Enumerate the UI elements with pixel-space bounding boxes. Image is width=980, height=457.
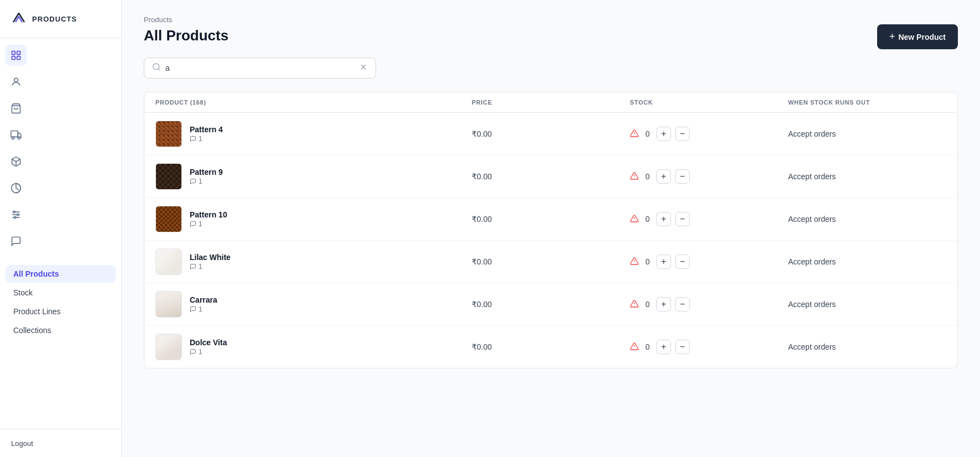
svg-point-15 [17,214,19,215]
when-runs-out-0: Accept orders [788,129,946,138]
product-thumbnail-3 [155,248,182,275]
table-row[interactable]: Pattern 10 1 ₹0.00 0 + − Accept orders [144,198,957,241]
warning-icon-2 [630,214,639,225]
search-bar [144,58,376,79]
product-thumbnail-4 [155,291,182,318]
breadcrumb: Products [144,15,958,24]
stock-count-0: 0 [643,129,652,138]
sidebar-icon-shipping[interactable] [6,124,27,146]
product-name-4: Carrara [190,295,217,304]
price-cell-0: ₹0.00 [472,129,630,138]
table-header: PRODUCT (168) PRICE STOCK WHEN STOCK RUN… [144,92,957,113]
svg-point-8 [18,137,20,139]
stock-increase-1[interactable]: + [656,169,671,184]
col-stock: STOCK [630,99,788,106]
warning-icon-3 [630,257,639,267]
warning-icon-0 [630,129,639,139]
main-content: Products All Products + New Product PROD… [122,0,980,457]
product-cell-5: Dolce Vita 1 [155,334,472,360]
stock-cell-0: 0 + − [630,127,788,141]
svg-rect-3 [17,56,20,60]
col-price: PRICE [472,99,630,106]
product-thumbnail-5 [155,334,182,360]
warning-icon-4 [630,299,639,310]
sidebar-icon-messages[interactable] [6,231,27,252]
table-row[interactable]: Pattern 4 1 ₹0.00 0 + − Accept orders [144,113,957,155]
search-icon [152,63,161,74]
product-info-4: Carrara 1 [190,295,217,313]
when-runs-out-2: Accept orders [788,215,946,224]
sidebar-item-all-products[interactable]: All Products [6,265,116,283]
product-cell-0: Pattern 4 1 [155,121,472,147]
product-name-0: Pattern 4 [190,125,223,134]
product-cell-2: Pattern 10 1 [155,206,472,232]
stock-decrease-2[interactable]: − [675,212,690,226]
search-input[interactable] [165,64,355,72]
svg-point-14 [13,211,15,212]
sidebar-icon-orders[interactable] [6,98,27,119]
product-info-3: Lilac White 1 [190,253,231,271]
col-product: PRODUCT (168) [155,99,472,106]
price-cell-1: ₹0.00 [472,172,630,181]
warning-icon-5 [630,342,639,352]
new-product-button[interactable]: + New Product [877,24,958,49]
product-variants-4: 1 [190,305,217,313]
sidebar-icon-users[interactable] [6,71,27,92]
stock-cell-3: 0 + − [630,255,788,269]
when-runs-out-5: Accept orders [788,342,946,351]
price-cell-5: ₹0.00 [472,342,630,351]
sidebar-icon-settings[interactable] [6,204,27,225]
svg-rect-6 [11,131,18,137]
sidebar: PRODUCTS All Products [0,0,122,457]
sidebar-icon-products[interactable] [6,45,27,66]
warning-icon-1 [630,172,639,182]
stock-increase-2[interactable]: + [656,212,671,226]
stock-decrease-1[interactable]: − [675,169,690,184]
table-row[interactable]: Carrara 1 ₹0.00 0 + − Accept orders [144,283,957,326]
sidebar-item-product-lines[interactable]: Product Lines [6,303,116,320]
variant-count-5: 1 [199,348,202,356]
stock-increase-3[interactable]: + [656,255,671,269]
stock-decrease-3[interactable]: − [675,255,690,269]
sidebar-item-stock[interactable]: Stock [6,284,116,302]
variant-count-2: 1 [199,220,202,228]
logout-button[interactable]: Logout [11,439,33,448]
table-row[interactable]: Pattern 9 1 ₹0.00 0 + − Accept orders [144,155,957,198]
sidebar-icon-analytics[interactable] [6,178,27,199]
variant-count-3: 1 [199,263,202,271]
price-cell-2: ₹0.00 [472,215,630,224]
sidebar-icon-box[interactable] [6,151,27,172]
stock-increase-0[interactable]: + [656,127,671,141]
plus-icon: + [889,31,895,43]
stock-decrease-5[interactable]: − [675,340,690,354]
svg-rect-2 [12,56,15,60]
sidebar-item-collections[interactable]: Collections [6,321,116,339]
when-runs-out-3: Accept orders [788,257,946,266]
variant-count-0: 1 [199,135,202,143]
stock-decrease-4[interactable]: − [675,297,690,311]
table-row[interactable]: Lilac White 1 ₹0.00 0 + − Accept orders [144,241,957,283]
sidebar-bottom: Logout [0,429,121,457]
product-info-1: Pattern 9 1 [190,168,223,185]
logo-icon [11,11,27,27]
svg-point-17 [153,64,159,70]
product-variants-3: 1 [190,263,231,271]
sidebar-title: PRODUCTS [32,15,77,23]
col-when-runs-out: WHEN STOCK RUNS OUT [788,99,946,106]
when-runs-out-1: Accept orders [788,172,946,181]
stock-cell-2: 0 + − [630,212,788,226]
product-cell-1: Pattern 9 1 [155,163,472,190]
product-info-0: Pattern 4 1 [190,125,223,143]
product-variants-1: 1 [190,178,223,185]
stock-increase-5[interactable]: + [656,340,671,354]
stock-increase-4[interactable]: + [656,297,671,311]
when-runs-out-4: Accept orders [788,300,946,309]
table-row[interactable]: Dolce Vita 1 ₹0.00 0 + − Accept orders [144,326,957,368]
stock-decrease-0[interactable]: − [675,127,690,141]
product-cell-4: Carrara 1 [155,291,472,318]
clear-search-icon[interactable] [359,63,368,74]
stock-count-5: 0 [643,342,652,351]
svg-line-18 [158,69,160,70]
svg-point-7 [12,137,14,139]
product-thumbnail-2 [155,206,182,232]
